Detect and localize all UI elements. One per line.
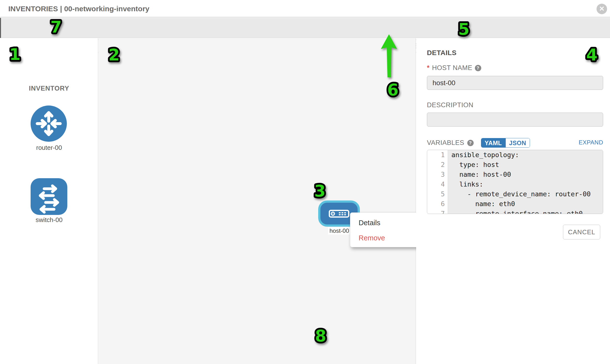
description-label-row: DESCRIPTION bbox=[427, 101, 473, 109]
code-line: 1ansible_topology: bbox=[427, 150, 603, 160]
variables-label: VARIABLES bbox=[427, 139, 464, 147]
toggle-json-button[interactable]: JSON bbox=[506, 138, 530, 147]
toolbar: ACTIONS SEARCH bbox=[0, 18, 610, 38]
sidebar-item-router[interactable] bbox=[31, 105, 67, 142]
host-name-label: HOST NAME bbox=[432, 64, 472, 72]
close-icon[interactable]: ✕ bbox=[597, 4, 607, 14]
code-line: 5 - remote_device_name: router-00 bbox=[427, 189, 603, 199]
help-icon[interactable]: ? bbox=[467, 140, 474, 146]
code-line: 7 remote_interface_name: eth0 bbox=[427, 209, 603, 214]
inventory-heading: INVENTORY bbox=[0, 85, 98, 92]
topology-canvas[interactable]: host-00 Details Remove 120% − + bbox=[98, 38, 416, 364]
window-edge bbox=[0, 18, 1, 38]
sidebar-item-switch[interactable] bbox=[31, 178, 67, 215]
description-input[interactable] bbox=[427, 113, 603, 127]
code-line: 4 links: bbox=[427, 180, 603, 189]
expand-link[interactable]: EXPAND bbox=[579, 139, 603, 146]
code-line: 6 name: eth0 bbox=[427, 199, 603, 209]
description-label: DESCRIPTION bbox=[427, 101, 473, 109]
required-marker: * bbox=[427, 64, 429, 72]
host-name-label-row: * HOST NAME ? bbox=[427, 64, 481, 72]
switch-icon bbox=[31, 178, 67, 215]
help-icon[interactable]: ? bbox=[475, 65, 481, 71]
host-icon bbox=[329, 210, 349, 218]
details-heading: DETAILS bbox=[427, 49, 456, 57]
host-name-input[interactable] bbox=[427, 76, 603, 90]
inventory-sidebar: INVENTORY router-00 bbox=[0, 38, 98, 364]
toggle-yaml-button[interactable]: YAML bbox=[481, 138, 506, 147]
variables-code-editor[interactable]: 1ansible_topology: 2 type: host 3 name: … bbox=[427, 150, 603, 214]
header-bar: INVENTORIES | 00-networking-inventory ✕ bbox=[0, 0, 610, 17]
variables-label-row: VARIABLES ? YAML JSON bbox=[427, 138, 530, 148]
sidebar-item-label: router-00 bbox=[0, 144, 98, 152]
host-node-label: host-00 bbox=[328, 227, 350, 234]
details-panel: DETAILS * HOST NAME ? DESCRIPTION VARIAB… bbox=[416, 38, 610, 364]
format-toggle: YAML JSON bbox=[481, 138, 530, 148]
router-icon bbox=[31, 105, 67, 142]
inventory-topology-app: INVENTORIES | 00-networking-inventory ✕ … bbox=[0, 0, 610, 364]
page-title: INVENTORIES | 00-networking-inventory bbox=[8, 0, 149, 17]
sidebar-item-label: switch-00 bbox=[0, 216, 98, 224]
code-line: 3 name: host-00 bbox=[427, 170, 603, 180]
cancel-button[interactable]: CANCEL bbox=[563, 225, 600, 239]
code-line: 2 type: host bbox=[427, 160, 603, 170]
